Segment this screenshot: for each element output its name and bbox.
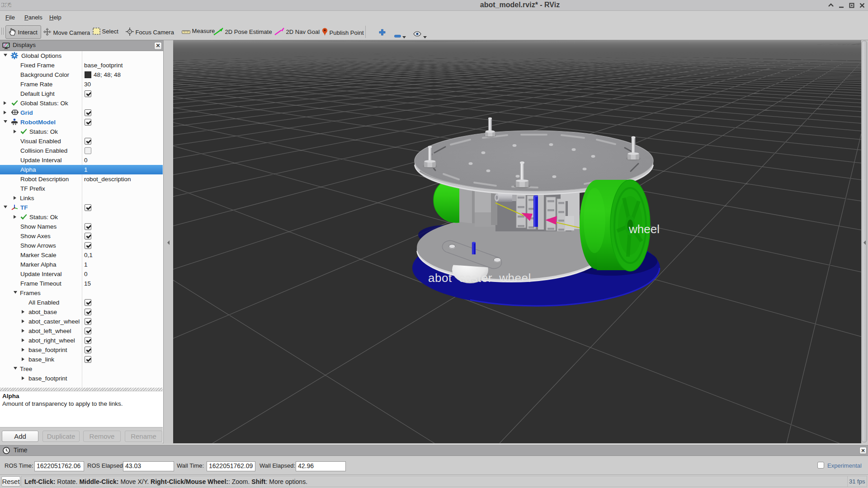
svg-text:RViz: RViz: [1, 2, 11, 8]
svg-text:abot caster wheel: abot caster wheel: [428, 271, 531, 285]
svg-text:wheel: wheel: [628, 222, 660, 236]
